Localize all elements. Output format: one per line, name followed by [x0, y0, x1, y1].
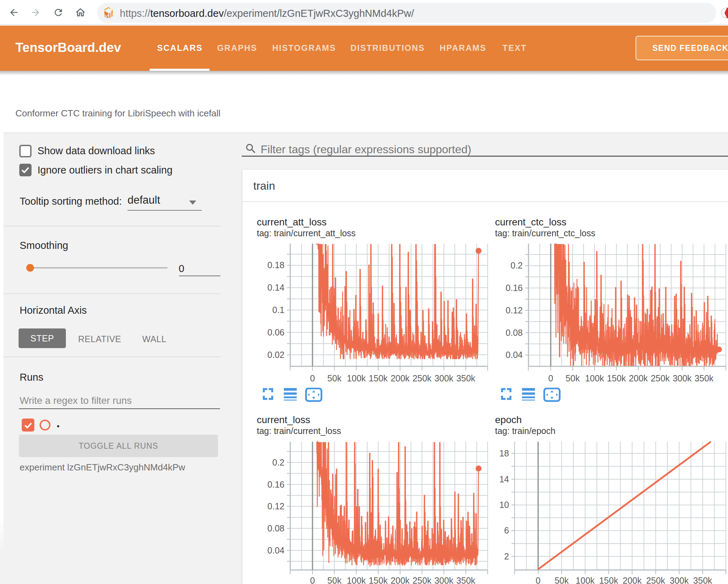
svg-text:350k: 350k — [456, 576, 475, 584]
svg-text:150k: 150k — [599, 576, 618, 584]
svg-text:0.12: 0.12 — [267, 501, 284, 511]
svg-text:250k: 250k — [412, 576, 432, 584]
svg-text:150k: 150k — [369, 373, 388, 383]
svg-text:0.1: 0.1 — [272, 305, 284, 315]
svg-text:0.04: 0.04 — [506, 350, 523, 360]
svg-text:0.18: 0.18 — [267, 260, 284, 270]
svg-text:250k: 250k — [646, 576, 665, 584]
svg-text:6: 6 — [504, 525, 509, 535]
svg-text:50k: 50k — [327, 373, 342, 383]
svg-text:50k: 50k — [327, 576, 342, 584]
svg-text:350k: 350k — [694, 373, 714, 383]
svg-text:0.14: 0.14 — [267, 283, 284, 292]
svg-text:100k: 100k — [347, 373, 366, 383]
svg-text:0.04: 0.04 — [267, 545, 284, 555]
svg-text:200k: 200k — [629, 373, 648, 383]
svg-text:300k: 300k — [673, 373, 692, 383]
svg-text:50k: 50k — [565, 373, 580, 383]
svg-text:0.16: 0.16 — [506, 283, 523, 293]
svg-text:250k: 250k — [651, 373, 670, 383]
svg-text:50k: 50k — [555, 576, 569, 584]
svg-text:300k: 300k — [434, 373, 454, 383]
svg-text:0: 0 — [310, 576, 315, 584]
svg-text:350k: 350k — [693, 576, 713, 584]
svg-text:350k: 350k — [456, 373, 475, 383]
svg-text:0.08: 0.08 — [506, 328, 523, 338]
svg-text:0: 0 — [536, 576, 541, 584]
svg-text:0: 0 — [548, 373, 553, 383]
svg-text:300k: 300k — [669, 576, 689, 584]
svg-text:0.08: 0.08 — [267, 523, 284, 533]
svg-text:100k: 100k — [347, 576, 366, 584]
svg-text:14: 14 — [499, 474, 509, 484]
svg-text:250k: 250k — [412, 373, 432, 383]
svg-text:18: 18 — [499, 448, 509, 458]
svg-text:200k: 200k — [623, 576, 642, 584]
svg-text:150k: 150k — [369, 576, 388, 584]
svg-text:0.02: 0.02 — [267, 350, 284, 360]
svg-text:0.06: 0.06 — [267, 327, 284, 337]
svg-text:200k: 200k — [391, 576, 410, 584]
svg-text:0.12: 0.12 — [506, 305, 523, 315]
svg-text:100k: 100k — [585, 373, 604, 383]
svg-text:300k: 300k — [434, 576, 454, 584]
svg-text:200k: 200k — [391, 373, 410, 383]
svg-text:150k: 150k — [607, 373, 626, 383]
svg-text:2: 2 — [504, 551, 509, 561]
svg-text:10: 10 — [499, 500, 509, 510]
svg-text:100k: 100k — [576, 576, 595, 584]
svg-text:0.16: 0.16 — [267, 480, 284, 489]
svg-text:0: 0 — [310, 373, 315, 383]
svg-text:0.2: 0.2 — [510, 260, 523, 270]
svg-text:0.2: 0.2 — [272, 457, 284, 467]
